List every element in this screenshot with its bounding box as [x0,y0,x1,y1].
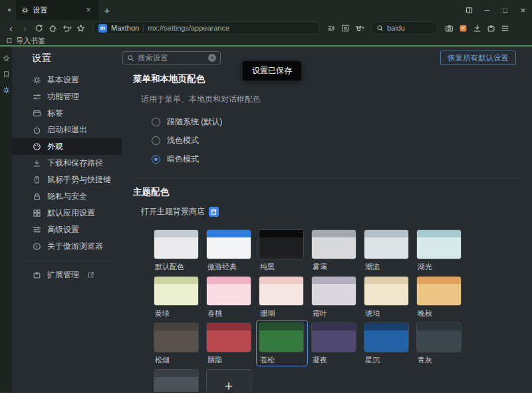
address-bar[interactable]: m Maxthon mx://settings/appearance [93,21,319,35]
plus-icon: + [206,369,251,392]
favorites-rail-icon[interactable] [3,55,10,62]
theme-card[interactable]: 暗夜 [151,366,203,392]
sidebar-item-toggles[interactable]: 功能管理 [12,88,122,105]
close-button[interactable]: × [514,0,532,20]
theme-swatch-body [259,237,303,259]
sidebar-item-apps[interactable]: 默认应用设置 [12,205,122,221]
theme-store-link[interactable]: 打开主题背景商店 [141,206,219,217]
quick-search-box[interactable]: baidu [370,21,438,35]
sidebar-item-sliders[interactable]: 高级设置 [12,221,122,238]
theme-card[interactable]: 春桃 [203,273,255,320]
theme-card[interactable]: 黄绿 [151,273,203,320]
theme-swatch-topbar [312,277,356,284]
theme-swatch [364,323,409,352]
theme-card[interactable]: 默认配色 [151,227,203,273]
undo-closed-tab-button[interactable]: ▾ [60,21,74,35]
theme-card[interactable]: 星沉 [361,320,413,366]
bookmark-bar: 导入书签 [0,36,532,47]
theme-swatch [259,276,304,306]
sidebar-item-extensions[interactable]: 扩展管理 [12,267,122,283]
theme-name: 傲游经典 [207,262,253,272]
theme-swatch-body [207,237,251,259]
theme-card[interactable]: 潮流 [361,227,413,273]
favorite-star-button[interactable] [74,21,88,35]
minimize-button[interactable]: ─ [478,0,496,20]
color-mode-option[interactable]: 暗色模式 [152,150,521,168]
sidebar-item-mouse[interactable]: 鼠标手势与快捷键 [12,172,122,188]
skin-button[interactable]: ▾ [352,21,366,35]
sidebar-item-power[interactable]: 启动和退出 [12,122,122,138]
forward-button[interactable]: › [18,21,32,35]
theme-grid: 默认配色傲游经典纯黑雾霭潮流湖光黄绿春桃珊瑚霜叶琥珀晚秋松烟胭脂苍松凝夜星沉青灰… [151,227,521,392]
theme-card[interactable]: 松烟 [151,320,203,366]
page-title: 设置 [32,52,122,65]
theme-store-text: 打开主题背景商店 [141,206,205,217]
color-mode-option[interactable]: 浅色模式 [152,131,521,150]
tab-settings[interactable]: 设置 × [16,0,98,20]
download-icon [473,24,481,33]
theme-card[interactable]: 雾霭 [309,227,360,273]
new-tab-button[interactable]: + [98,1,116,19]
theme-card[interactable]: 琥珀 [361,273,413,320]
home-button[interactable] [46,21,60,35]
theme-swatch-body [417,284,461,306]
tab-list-chevron-icon[interactable]: ▾ [3,3,16,17]
settings-rail-icon[interactable] [3,86,10,94]
read-aloud-button[interactable] [325,21,338,35]
downloads-button[interactable] [470,21,484,35]
sidebar-item-download[interactable]: 下载和保存路径 [12,155,122,172]
maximize-button[interactable]: □ [496,0,514,20]
theme-name: 默认配色 [155,262,200,272]
toast-saved: 设置已保存 [243,61,301,80]
refresh-button[interactable] [32,21,46,35]
lock-icon [32,192,41,201]
theme-card[interactable]: 凝夜 [309,320,360,366]
theme-swatch [259,323,304,352]
sidebar-item-tab[interactable]: 标签 [12,105,122,122]
theme-swatch [311,323,356,352]
storefront-icon [210,208,217,215]
theme-card[interactable]: 纯黑 [256,227,308,273]
address-divider [143,25,144,32]
sidebar-item-label: 启动和退出 [47,124,87,136]
theme-card[interactable]: 珊瑚 [256,273,308,320]
back-button[interactable]: ‹ [4,21,18,35]
theme-card[interactable]: 青灰 [414,320,466,366]
theme-swatch-topbar [312,323,356,330]
theme-swatch-topbar [207,277,251,284]
collections-rail-icon[interactable] [3,70,10,78]
theme-card[interactable]: 苍松 [256,320,308,366]
settings-search-input[interactable] [138,54,205,62]
theme-card[interactable]: 湖光 [414,227,466,273]
notes-button[interactable] [456,21,470,35]
snapshot-button[interactable] [338,21,352,35]
theme-card[interactable]: 霜叶 [309,273,360,320]
restore-defaults-button[interactable]: 恢复所有默认设置 [440,51,516,65]
extensions-button[interactable] [484,21,498,35]
add-theme-card[interactable]: + [203,366,255,392]
theme-card[interactable]: 傲游经典 [203,227,255,273]
theme-name: 晚秋 [418,309,463,319]
color-mode-option[interactable]: 跟随系统 (默认) [152,112,521,131]
theme-swatch-topbar [364,323,408,330]
screenshot-button[interactable] [442,21,456,35]
theme-swatch [259,229,304,259]
sidebar-item-info[interactable]: 关于傲游浏览器 [12,238,122,255]
theme-name: 潮流 [365,262,410,272]
search-icon [376,25,384,32]
main-menu-button[interactable] [498,21,512,35]
clear-search-icon[interactable]: × [208,54,216,62]
app-body: 设置已保存 设置 × 恢复所有默认设置 基本设置功能管理标签启动和退出外观下载和… [0,47,532,392]
split-panel-icon[interactable] [460,0,478,20]
sidebar-item-palette[interactable]: 外观 [12,138,122,155]
sidebar-item-gear[interactable]: 基本设置 [12,72,122,88]
settings-body: 基本设置功能管理标签启动和退出外观下载和保存路径鼠标手势与快捷键隐私与安全默认应… [12,69,532,392]
theme-card[interactable]: 晚秋 [414,273,466,320]
tab-close-icon[interactable]: × [84,5,93,15]
sidebar-item-lock[interactable]: 隐私与安全 [12,188,122,205]
theme-card[interactable]: 胭脂 [203,320,255,366]
theme-store-icon[interactable] [209,207,219,217]
import-bookmarks-link[interactable]: 导入书签 [16,36,45,46]
theme-swatch-topbar [154,230,198,237]
theme-name: 雾霭 [313,262,358,272]
